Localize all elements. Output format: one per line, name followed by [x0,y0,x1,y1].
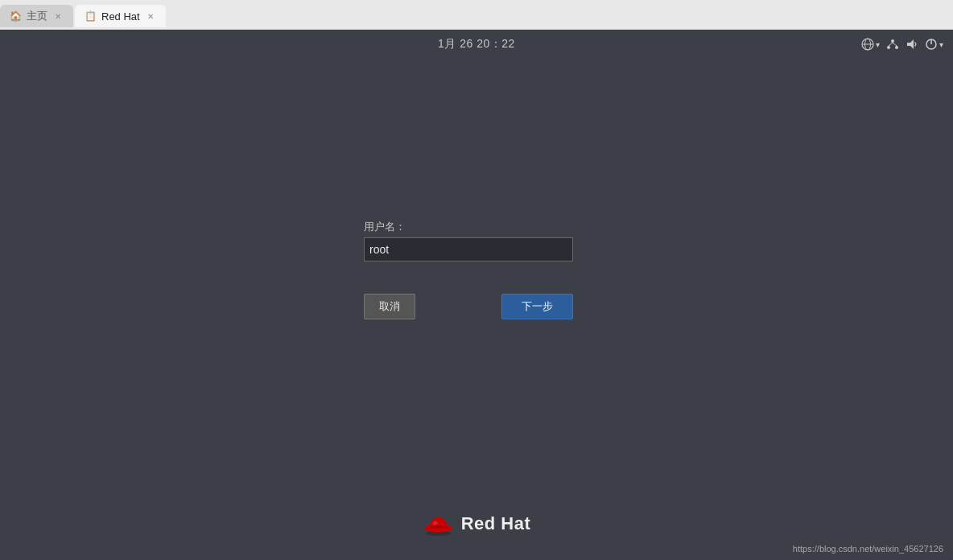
desktop: 1月 26 20：22 ▾ [0,30,953,560]
svg-point-5 [895,46,898,49]
browser-chrome: 🏠 主页 ✕ 📋 Red Hat ✕ [0,0,953,30]
svg-line-6 [889,43,893,46]
system-tray: ▾ [861,38,943,51]
next-button[interactable]: 下一步 [501,294,573,319]
tab-redhat-label: Red Hat [101,10,140,23]
home-icon: 🏠 [10,10,22,22]
footer-url: https://blog.csdn.net/weixin_45627126 [793,544,943,554]
username-label: 用户名： [364,220,589,234]
svg-point-4 [887,46,890,49]
sound-tray-icon[interactable] [906,38,918,51]
login-form: 用户名： 取消 下一步 [364,220,589,319]
username-field-group: 用户名： [364,220,589,261]
power-tray-icon[interactable]: ▾ [925,38,943,51]
login-area: 用户名： 取消 下一步 [0,59,953,560]
cancel-button[interactable]: 取消 [364,294,415,319]
tab-redhat-close[interactable]: ✕ [145,10,156,22]
tab-redhat[interactable]: 📋 Red Hat ✕ [75,5,166,27]
redhat-hat-icon [423,512,455,536]
system-time: 1月 26 20：22 [438,37,515,51]
language-tray-icon[interactable]: ▾ [861,38,880,51]
network-tray-icon[interactable] [886,38,899,51]
tab-home[interactable]: 🏠 主页 ✕ [0,5,73,27]
tab-home-label: 主页 [27,9,47,23]
button-row: 取消 下一步 [364,294,573,319]
tab-bar: 🏠 主页 ✕ 📋 Red Hat ✕ [0,0,953,29]
tab-home-close[interactable]: ✕ [52,10,64,22]
username-input[interactable] [364,237,573,261]
svg-line-7 [893,43,897,46]
svg-marker-8 [907,39,914,49]
bottom-brand: Red Hat [423,512,531,536]
redhat-logo: Red Hat [423,512,531,536]
redhat-brand-text: Red Hat [461,513,531,534]
system-bar: 1月 26 20：22 ▾ [0,30,953,59]
redhat-tab-icon: 📋 [85,10,97,22]
svg-point-3 [891,39,894,43]
